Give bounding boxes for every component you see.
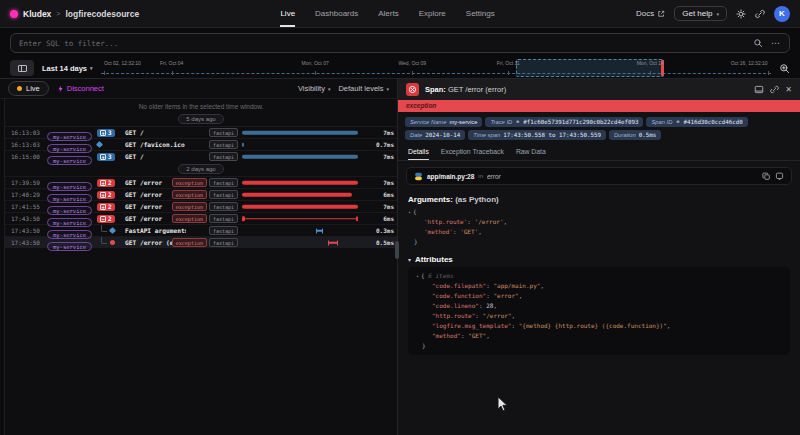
meta-chip-date[interactable]: Date2024-10-14 xyxy=(405,130,465,140)
collapse-caret-icon[interactable]: ▾ xyxy=(416,273,419,279)
child-count-badge[interactable]: +3 xyxy=(97,153,115,161)
exception-tag[interactable]: exception xyxy=(172,202,207,211)
breadcrumb-org[interactable]: Kludex xyxy=(23,9,51,19)
search-icon[interactable] xyxy=(753,38,763,48)
fastapi-tag[interactable]: fastapi xyxy=(209,226,238,235)
span-duration-bar[interactable] xyxy=(242,130,358,135)
code-line: "code.lineno": 28, xyxy=(416,301,782,311)
attributes-heading[interactable]: ▾ Attributes xyxy=(408,255,790,264)
span-duration-bar[interactable] xyxy=(242,218,358,220)
child-count: 2 xyxy=(108,179,112,186)
row-duration: 6ms xyxy=(362,191,394,198)
span-duration-bar[interactable] xyxy=(242,180,358,185)
code-token: 'GET' xyxy=(460,228,478,235)
meta-chip-service-name[interactable]: Service Namemy-service xyxy=(405,117,482,127)
tab-live[interactable]: Live xyxy=(280,0,295,27)
collapse-caret-icon[interactable]: ▾ xyxy=(408,209,411,215)
exception-tag[interactable]: exception xyxy=(172,190,207,199)
trace-row[interactable]: 17:43:50my-serviceGET /error (error)exce… xyxy=(5,236,397,248)
fastapi-tag[interactable]: fastapi xyxy=(209,214,238,223)
meta-chip-time-span[interactable]: Time span17:43:50.558 to 17:43:50.559 xyxy=(468,130,606,140)
logfire-logo-icon[interactable] xyxy=(10,10,18,18)
fastapi-tag[interactable]: fastapi xyxy=(209,190,238,199)
sql-filter-input[interactable] xyxy=(19,39,745,48)
span-duration-bar[interactable] xyxy=(242,204,358,209)
scrollbar-thumb[interactable] xyxy=(395,241,399,259)
child-count-badge[interactable]: +2 xyxy=(97,203,115,211)
span-detail-header: Span: GET /error (error) ✕ xyxy=(398,79,800,100)
fastapi-tag[interactable]: fastapi xyxy=(209,152,238,161)
fastapi-tag[interactable]: fastapi xyxy=(209,202,238,211)
share-link-icon[interactable] xyxy=(755,9,765,19)
fastapi-tag[interactable]: fastapi xyxy=(209,128,238,137)
code-token: 'http.route' xyxy=(424,218,467,225)
close-icon[interactable]: ✕ xyxy=(785,86,792,94)
child-count-badge[interactable]: −2 xyxy=(97,215,115,223)
permalink-icon[interactable] xyxy=(770,85,779,94)
fastapi-tag[interactable]: fastapi xyxy=(209,140,238,149)
copy-icon[interactable] xyxy=(762,172,771,181)
tree-elbow xyxy=(101,237,107,244)
code-token: "/error" xyxy=(483,312,512,319)
service-tag[interactable]: my-service xyxy=(47,242,92,251)
child-count-badge[interactable]: +2 xyxy=(97,179,115,187)
visibility-dropdown[interactable]: Visibility ▾ xyxy=(298,84,330,93)
theme-toggle-icon[interactable] xyxy=(736,9,746,19)
time-range-selector[interactable]: Last 14 days ▾ xyxy=(42,64,93,73)
sidebar-toggle-button[interactable] xyxy=(10,60,34,76)
docs-link[interactable]: Docs xyxy=(636,9,665,18)
code-token: , xyxy=(486,332,490,339)
live-toggle[interactable]: Live xyxy=(8,81,49,96)
tab-dashboards[interactable]: Dashboards xyxy=(315,0,358,27)
span-duration-bar[interactable] xyxy=(242,142,244,147)
exception-tag[interactable]: exception xyxy=(172,214,207,223)
disconnect-label: Disconnect xyxy=(67,84,104,93)
log-diamond-icon xyxy=(96,141,103,148)
fastapi-tag[interactable]: fastapi xyxy=(209,238,238,247)
zoom-in-icon[interactable] xyxy=(779,63,790,74)
collapse-icon: − xyxy=(100,216,106,222)
chip-value: 0.5ms xyxy=(639,132,656,138)
breadcrumb-project[interactable]: logfirecodesource xyxy=(65,9,139,19)
timeline[interactable]: Oct 02, 12:32:10Fri, Oct 04Mon, Oct 07We… xyxy=(101,59,771,77)
get-help-button[interactable]: Get help ▾ xyxy=(674,6,727,21)
span-duration-bar[interactable] xyxy=(316,228,323,233)
disconnect-button[interactable]: Disconnect xyxy=(57,84,104,93)
code-token: : xyxy=(467,218,474,225)
meta-chip-duration[interactable]: Duration0.5ms xyxy=(609,130,661,140)
span-duration-bar[interactable] xyxy=(328,240,338,245)
tab-explore[interactable]: Explore xyxy=(419,0,446,27)
detail-tab-exception-traceback[interactable]: Exception Traceback xyxy=(441,145,504,160)
source-location-icon[interactable] xyxy=(775,172,784,181)
span-duration-track xyxy=(242,127,358,138)
meta-chip-trace-id[interactable]: Trace ID⚭#f1c60e57391d771c290c0b22cd4ef0… xyxy=(485,117,643,127)
code-location-bar[interactable]: app/main.py:28 in error xyxy=(406,167,792,185)
exception-tag[interactable]: exception xyxy=(172,178,207,187)
span-duration-bar[interactable] xyxy=(242,192,352,197)
attributes-heading-label: Attributes xyxy=(415,255,453,264)
code-line: } xyxy=(408,237,790,247)
arguments-heading: Arguments: (as Python) xyxy=(408,195,790,204)
row-title: GET / xyxy=(125,153,186,160)
meta-chip-span-id[interactable]: Span ID⚭#416d30c0ccd46cd0 xyxy=(646,117,747,127)
service-tag[interactable]: my-service xyxy=(47,156,92,165)
levels-dropdown[interactable]: Default levels ▾ xyxy=(338,84,389,93)
span-title-prefix: Span: xyxy=(425,85,446,94)
exception-tag[interactable]: exception xyxy=(172,238,207,247)
more-options-button[interactable]: ⋯ xyxy=(771,40,781,46)
detail-tab-raw-data[interactable]: Raw Data xyxy=(516,145,546,160)
tab-alerts[interactable]: Alerts xyxy=(378,0,398,27)
python-icon xyxy=(414,172,423,181)
span-duration-bar[interactable] xyxy=(242,154,358,159)
child-count-badge[interactable]: +3 xyxy=(97,129,115,137)
detail-tab-details[interactable]: Details xyxy=(408,145,429,160)
avatar[interactable]: K xyxy=(774,6,790,22)
child-count-badge[interactable]: +2 xyxy=(97,191,115,199)
row-service: my-service xyxy=(47,233,97,252)
dock-panel-icon[interactable] xyxy=(754,85,764,94)
expand-icon: + xyxy=(100,180,106,186)
fastapi-tag[interactable]: fastapi xyxy=(209,178,238,187)
tab-settings[interactable]: Settings xyxy=(466,0,495,27)
trace-row[interactable]: 16:15:00my-service+3GET /fastapi7ms xyxy=(5,150,397,162)
detail-content: Arguments: (as Python) ▾{'http.route': '… xyxy=(398,189,800,435)
